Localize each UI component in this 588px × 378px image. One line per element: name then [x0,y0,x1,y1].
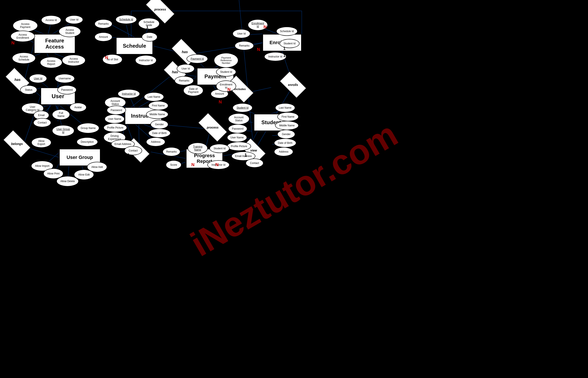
attr-last-name-i: Last Name [144,92,164,101]
attr-access-id: Access Id [41,15,61,25]
attr-user-id: User Id [29,74,47,83]
svg-line-30 [126,25,129,37]
attr-username-s: User Name [227,133,247,142]
card-n-enrollment1: N [263,25,267,29]
attr-profile-pic-i: Profile Picture [103,123,127,132]
rel-enrolls: enrolls [281,78,305,92]
attr-access-student: AccessStudent [59,26,81,37]
attr-access-instructor: AccessInstructor [62,55,85,66]
attr-last-name-s: Last Name [275,103,295,112]
card-1-allow-import: 1 [32,159,35,164]
attr-schedule-id-e: Schedule Id [276,27,298,36]
attr-training-name: TrainingName [188,143,208,154]
card-n-schedule-slot: N [105,55,108,60]
attr-allow-add: Allow Add [87,162,107,172]
attr-schedule-id: Schedule Id [115,15,137,24]
attr-instructor-id-sch: Instructor Id [135,55,157,66]
attr-username-i: User Name [105,114,125,123]
attr-amount-sch: Amount [95,32,112,41]
card-n-fa-has: N [11,40,14,45]
attr-password-i: Password [107,106,126,115]
attr-remarks-e: Remarks [235,41,254,50]
attr-remarks-p: Remarks [175,76,194,85]
svg-line-68 [251,87,271,92]
rel-process1: process [147,2,174,16]
attr-avatar: Avatar [69,103,87,112]
attr-access-payment: AccessPayment [13,19,38,32]
card-1-schedule-has2: 1 [146,25,149,29]
attr-access-report: AccessReport [40,57,62,68]
attr-user-id-e: User Id [232,29,250,38]
attr-middle-name-i: Middle Name [146,110,168,119]
attr-instructor-id: Instructor Id [118,89,140,98]
card-1-enrolls1: 1 [283,46,286,51]
attr-address-i: Address [146,137,165,147]
attr-date-payment: Date ofPayment [183,85,203,96]
card-n-enrollment2: N [257,47,260,52]
attr-payment-id: Payment Id [187,54,208,63]
attr-user-id-p: User Id [177,64,195,73]
attr-description: Description [77,137,98,147]
attr-contact-i: Contact [124,146,142,155]
attr-student-id-pr: Student Id [209,144,230,153]
attr-full-name: FullName [52,109,70,120]
attr-profile-pic-s: Profile Picture [227,142,251,151]
attr-first-name-i: First Name [148,101,168,110]
attr-group-name: Group Name [77,123,99,133]
attr-contact-u: Contact [33,118,51,127]
attr-password-u: Password [57,85,77,94]
card-1-enrolls2: 1 [283,53,286,58]
card-1-report: 1 [127,153,130,158]
card-n-includes1: N [227,87,231,92]
attr-student-id-e: Student Id [279,39,300,48]
card-1-user-has: 1 [33,92,35,97]
attr-student-id-s: Student Id [232,103,253,112]
card-1-view: 1 [245,153,247,158]
card-n-progress2: N [215,162,219,167]
attr-address-s: Address [274,147,293,156]
card-1-belongs: 1 [28,151,31,156]
attr-date-sch: Date [142,32,157,41]
card-n-progress1: N [191,162,194,167]
attr-account-status-s: AccountStatus [228,113,249,125]
attr-dob-s: Date of Birth [274,138,296,148]
rel-has1: has [7,73,28,86]
attr-score: Score [166,160,181,169]
erd-diagram: FeatureAccess User User Group Schedule I… [0,0,588,378]
attr-username: Username [55,74,75,83]
attr-remarks-sch: Remarks [95,19,112,28]
attr-access-schedule: AccessSchedule [12,53,36,64]
attr-dob-i: Date of Birth [148,129,171,138]
attr-schedule-code: ScheduleCode [138,18,160,29]
connection-lines [0,0,588,378]
attr-payment-ref: PaymentReferenceNumber [214,53,238,68]
attr-gender-i: Gender [150,120,168,129]
attr-remarks-pr: Remarks [163,147,180,156]
rel-process2: process [199,120,226,135]
attr-password-s: Password [228,124,247,133]
attr-user-id-fa: User Id [65,15,83,24]
attr-first-name-s: First Name [277,112,299,121]
rel-belongs: belongs [4,137,29,151]
attr-contact-s: Contact [246,159,263,168]
card-n-includes2: N [219,99,222,105]
attr-gender-s: Gender [277,130,295,139]
attr-student-id-p: Student Id [216,67,236,77]
attr-middle-name-s: Middle Name [275,121,299,130]
attr-allow-export: AllowExport [31,137,51,148]
attr-user-group-id: User GroupId [52,125,74,136]
attr-enrollment-id-p: EnrollmentId [216,81,236,92]
svg-line-29 [112,25,135,37]
